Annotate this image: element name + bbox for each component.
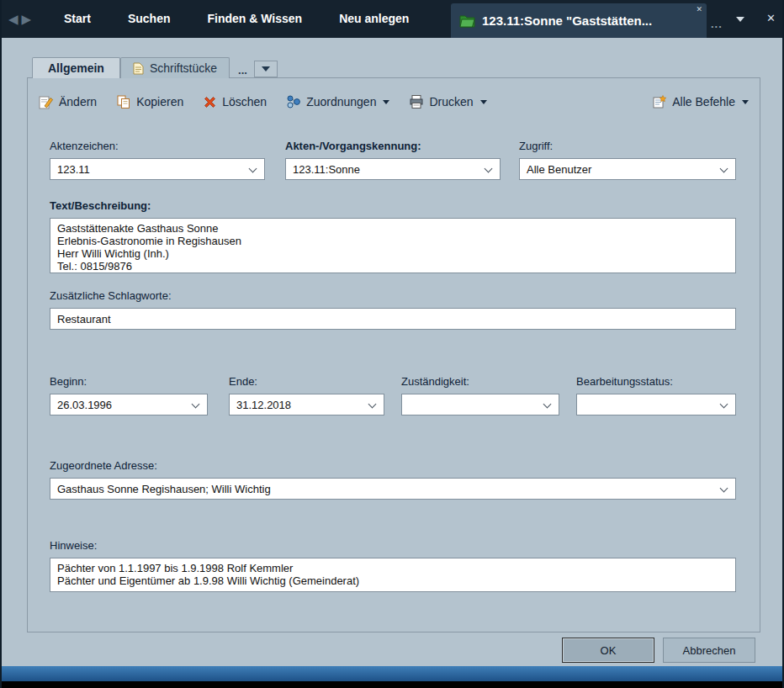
abbrechen-button[interactable]: Abbrechen	[663, 638, 755, 663]
toolbar: Ändern Kopieren Löschen	[35, 89, 752, 114]
tab-allgemein[interactable]: Allgemein	[32, 57, 120, 78]
document-tab[interactable]: 123.11:Sonne "Gaststätten... ✕	[451, 3, 707, 38]
beginn-value: 26.03.1996	[57, 399, 112, 411]
ende-value: 31.12.2018	[236, 399, 291, 411]
zugriff-label: Zugriff:	[519, 140, 736, 153]
menu-item-neu-anlegen[interactable]: Neu anlegen	[320, 0, 427, 38]
hinweise-label: Hinweise:	[50, 539, 736, 553]
zugriff-combobox[interactable]: Alle Benutzer	[519, 158, 736, 180]
zugriff-value: Alle Benutzer	[527, 163, 591, 176]
document-tab-close-icon[interactable]: ✕	[696, 5, 702, 13]
chevron-down-icon	[192, 400, 200, 409]
window-close-icon[interactable]: ✕	[766, 12, 776, 24]
kopieren-button[interactable]: Kopieren	[113, 93, 187, 111]
ok-button[interactable]: OK	[562, 638, 654, 663]
chevron-down-icon	[720, 484, 728, 493]
folder-icon	[459, 14, 475, 28]
delete-icon	[203, 95, 217, 109]
bottom-accent-bar	[2, 666, 782, 681]
kennung-label: Akten-/Vorgangskennung:	[285, 140, 501, 153]
copy-icon	[116, 94, 131, 109]
bearbeitungsstatus-combobox[interactable]	[576, 394, 736, 415]
aktenzeichen-label: Aktenzeichen:	[50, 140, 265, 153]
chevron-down-icon	[249, 165, 257, 173]
aktenzeichen-value: 123.11	[57, 163, 90, 176]
menu-item-suchen[interactable]: Suchen	[109, 0, 189, 38]
adresse-label: Zugeordnete Adresse:	[50, 459, 736, 473]
titlebar-overflow[interactable]: ...	[711, 18, 723, 30]
drucken-label: Drucken	[429, 95, 473, 108]
beschreibung-textarea[interactable]	[50, 218, 736, 273]
chevron-down-icon	[720, 400, 728, 409]
bearbeitungsstatus-label: Bearbeitungsstatus:	[576, 375, 736, 389]
kopieren-label: Kopieren	[136, 95, 183, 108]
loeschen-button[interactable]: Löschen	[199, 93, 270, 111]
zustaendigkeit-label: Zuständigkeit:	[401, 375, 559, 389]
beginn-label: Beginn:	[50, 375, 208, 389]
chevron-down-icon	[720, 165, 728, 173]
nav-forward-icon[interactable]: ▶	[22, 12, 32, 27]
schlagworte-label: Zusätzliche Schlagworte:	[50, 289, 736, 303]
ende-label: Ende:	[229, 375, 384, 389]
alle-befehle-label: Alle Befehle	[672, 95, 735, 108]
nav-arrows: ◀ ▶	[8, 0, 31, 38]
beschreibung-label: Text/Beschreibung:	[50, 199, 736, 213]
schlagworte-input[interactable]	[50, 308, 736, 330]
alle-befehle-button[interactable]: Alle Befehle	[649, 93, 752, 111]
titlebar: ◀ ▶ Start Suchen Finden & Wissen Neu anl…	[2, 0, 782, 38]
menu-item-finden-wissen[interactable]: Finden & Wissen	[188, 0, 320, 38]
chevron-down-icon	[368, 400, 377, 409]
ende-combobox[interactable]: 31.12.2018	[229, 394, 384, 415]
assignments-icon	[286, 94, 301, 109]
chevron-down-icon	[742, 100, 749, 104]
document-tab-label: 123.11:Sonne "Gaststätten...	[482, 13, 652, 28]
zuordnungen-button[interactable]: Zuordnungen	[283, 93, 393, 111]
main-menu: Start Suchen Finden & Wissen Neu anlegen	[45, 0, 427, 38]
tabbar: Allgemein Schriftstücke ...	[32, 57, 278, 78]
loeschen-label: Löschen	[222, 95, 267, 108]
tabbar-dropdown-button[interactable]	[254, 61, 278, 77]
aktenzeichen-combobox[interactable]: 123.11	[50, 158, 265, 180]
document-icon	[133, 62, 144, 75]
bottom-edge	[2, 681, 782, 688]
tab-schriftstuecke[interactable]: Schriftstücke	[120, 57, 230, 78]
adresse-value: Gasthaus Sonne Regishausen; Willi Wichti…	[57, 483, 271, 495]
all-commands-icon	[652, 94, 667, 109]
zustaendigkeit-combobox[interactable]	[401, 394, 559, 415]
app-window: ◀ ▶ Start Suchen Finden & Wissen Neu anl…	[0, 0, 784, 688]
titlebar-dropdown-icon[interactable]	[736, 17, 744, 22]
print-icon	[409, 94, 424, 109]
aendern-button[interactable]: Ändern	[35, 93, 100, 111]
menu-item-start[interactable]: Start	[45, 0, 109, 38]
edit-icon	[39, 94, 54, 109]
beginn-combobox[interactable]: 26.03.1996	[50, 394, 208, 415]
chevron-down-icon	[262, 66, 270, 71]
aendern-label: Ändern	[59, 95, 97, 108]
drucken-button[interactable]: Drucken	[405, 93, 490, 111]
chevron-down-icon	[383, 100, 389, 104]
kennung-value: 123.11:Sonne	[293, 163, 360, 176]
tab-allgemein-label: Allgemein	[48, 61, 104, 75]
adresse-combobox[interactable]: Gasthaus Sonne Regishausen; Willi Wichti…	[50, 478, 736, 500]
tabbar-overflow[interactable]: ...	[238, 64, 247, 77]
kennung-combobox[interactable]: 123.11:Sonne	[285, 158, 501, 180]
chevron-down-icon	[480, 100, 487, 104]
nav-back-icon[interactable]: ◀	[8, 12, 19, 27]
chevron-down-icon	[543, 400, 552, 409]
tab-schriftstuecke-label: Schriftstücke	[150, 61, 217, 75]
zuordnungen-label: Zuordnungen	[306, 95, 376, 108]
chevron-down-icon	[485, 165, 493, 173]
hinweise-textarea[interactable]	[50, 558, 736, 592]
